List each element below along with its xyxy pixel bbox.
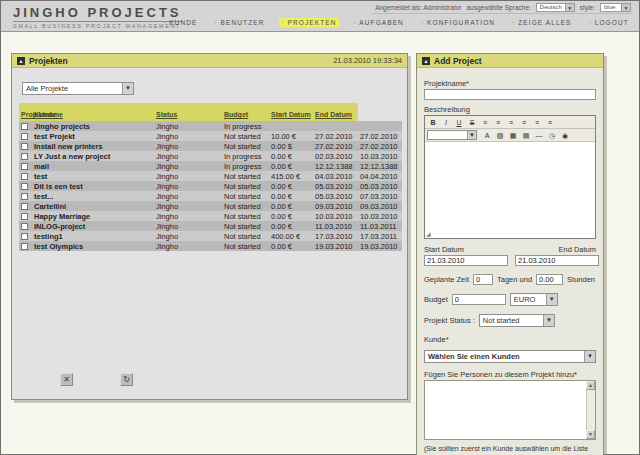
help-button[interactable]: ◉ [559, 130, 571, 141]
chevron-down-icon[interactable]: ▼ [543, 315, 554, 326]
start-datum-input[interactable] [424, 255, 508, 266]
strikethrough-button[interactable]: S [466, 117, 478, 128]
resize-handle-icon[interactable]: ◢ [426, 230, 431, 237]
row-checkbox[interactable] [21, 213, 28, 220]
row-checkbox[interactable] [21, 163, 28, 170]
logged-in-label: Angemeldet als: Administrator [375, 4, 461, 11]
persons-listbox[interactable]: ▲ ▼ [424, 380, 596, 440]
table-row[interactable]: Cartellini Jingho Not started 0.00 € 09.… [19, 201, 402, 211]
nav-item-konfiguration[interactable]: KONFIGURATION [419, 18, 497, 27]
row-checkbox[interactable] [21, 153, 28, 160]
table-row[interactable]: Install new printers Jingho Not started … [19, 141, 402, 151]
table-button[interactable]: ▤ [520, 130, 532, 141]
planned-hours-input[interactable] [536, 274, 563, 285]
row-checkbox[interactable] [21, 183, 28, 190]
format-select[interactable]: ▼ [427, 130, 477, 140]
chevron-down-icon[interactable]: ▼ [467, 131, 476, 139]
panel-collapse-icon[interactable]: ▲ [422, 57, 430, 65]
table-row[interactable]: test Jingho Not started 415.00 € 04.03.2… [19, 171, 402, 181]
sort-status[interactable]: Status [156, 111, 177, 118]
add-project-panel: ▲ Add Project Projektname* Beschreibung … [416, 53, 604, 455]
align-right-button[interactable]: ≡ [531, 117, 543, 128]
table-row[interactable]: INLOG-project Jingho Not started 0.00 € … [19, 221, 402, 231]
end-datum-input[interactable] [515, 255, 599, 266]
table-row[interactable]: Jingho projects Jingho In progress [19, 121, 402, 131]
listbox-scrollbar[interactable]: ▲ ▼ [586, 381, 595, 439]
table-row[interactable]: test... Jingho Not started 0.00 € 05.03.… [19, 191, 402, 201]
underline-button[interactable]: U [453, 117, 465, 128]
align-center-button[interactable]: ≡ [518, 117, 530, 128]
kunde-cell: Jingho [154, 211, 222, 221]
panel-title: Projekten [29, 56, 68, 66]
projektname-input[interactable] [424, 89, 596, 100]
hr-button[interactable]: ― [533, 130, 545, 141]
planned-days-input[interactable] [473, 274, 493, 285]
sort-end-datum[interactable]: End Datum [315, 111, 352, 118]
chevron-down-icon[interactable]: ▼ [621, 4, 630, 11]
style-select[interactable]: blue ▼ [600, 3, 631, 12]
row-checkbox[interactable] [21, 143, 28, 150]
kunde-cell: Jingho [154, 141, 222, 151]
row-checkbox[interactable] [21, 123, 28, 130]
table-row[interactable]: Dit is een test Jingho Not started 0.00 … [19, 181, 402, 191]
budget-input[interactable] [452, 294, 506, 305]
budget-cell: 0.00 € [269, 241, 313, 251]
row-checkbox[interactable] [21, 203, 28, 210]
user-bar: Angemeldet als: Administrator ausgewählt… [373, 3, 633, 14]
kunde-cell: Jingho [154, 171, 222, 181]
row-checkbox[interactable] [21, 233, 28, 240]
table-row[interactable]: mali Jingho In progress 0.00 € 12.12.138… [19, 161, 402, 171]
budget-label: Budget [424, 295, 448, 304]
projekt-status-select[interactable]: Not started ▼ [479, 314, 555, 327]
nav-item-kunde[interactable]: KUNDE [161, 18, 199, 27]
kunde-select[interactable]: Wählen Sie einen Kunden ▼ [424, 350, 596, 363]
image-button[interactable]: ▦ [507, 130, 519, 141]
nav-item-projekten[interactable]: PROJEKTEN [279, 18, 338, 27]
nav-item-zeige-alles[interactable]: ZEIGE ALLES [510, 18, 573, 27]
description-textarea[interactable]: ◢ [425, 142, 595, 238]
projekt-status-value: Not started [480, 315, 523, 326]
row-checkbox[interactable] [21, 133, 28, 140]
start-date-cell: 17.03.2010 [313, 231, 358, 241]
row-checkbox[interactable] [21, 243, 28, 250]
ordered-list-button[interactable]: ≡ [479, 117, 491, 128]
planned-time-row: Geplante Zeit Tagen und Stunden [424, 274, 596, 285]
align-left-button[interactable]: ≡ [505, 117, 517, 128]
project-filter-select[interactable]: Alle Projekte ▼ [22, 82, 134, 95]
scroll-up-icon[interactable]: ▲ [586, 381, 595, 390]
nav-item-aufgaben[interactable]: AUFGABEN [352, 18, 406, 27]
panel-collapse-icon[interactable]: ▲ [17, 57, 25, 65]
table-row[interactable]: test Projekt Jingho Not started 10.00 € … [19, 131, 402, 141]
backcolor-button[interactable]: ▨ [494, 130, 506, 141]
chevron-down-icon[interactable]: ▼ [584, 351, 595, 362]
scroll-down-icon[interactable]: ▼ [586, 430, 595, 439]
row-checkbox[interactable] [21, 223, 28, 230]
chevron-down-icon[interactable]: ▼ [565, 4, 574, 11]
currency-select[interactable]: EURO ▼ [510, 293, 558, 306]
table-row[interactable]: test Olympics Jingho Not started 0.00 € … [19, 241, 402, 251]
table-row[interactable]: testing1 Jingho Not started 400.00 € 17.… [19, 231, 402, 241]
kunde-cell: Jingho [154, 181, 222, 191]
row-checkbox[interactable] [21, 173, 28, 180]
delete-button[interactable]: ✕ [60, 373, 73, 386]
sort-start-datum[interactable]: Start Datum [271, 111, 311, 118]
refresh-button[interactable]: ↻ [120, 373, 133, 386]
align-justify-button[interactable]: ≡ [544, 117, 556, 128]
language-select[interactable]: Deutsch ▼ [536, 3, 575, 12]
clock-button[interactable]: ◷ [546, 130, 558, 141]
chevron-down-icon[interactable]: ▼ [122, 83, 133, 94]
row-checkbox[interactable] [21, 193, 28, 200]
chevron-down-icon[interactable]: ▼ [546, 294, 557, 305]
nav-item-benutzer[interactable]: BENUTZER [212, 18, 266, 27]
table-row[interactable]: Happy Marriage Jingho Not started 0.00 €… [19, 211, 402, 221]
table-row[interactable]: LY Just a new project Jingho In progress… [19, 151, 402, 161]
nav-item-logout[interactable]: LOGOUT [587, 18, 631, 27]
forecolor-button[interactable]: A [481, 130, 493, 141]
italic-button[interactable]: I [440, 117, 452, 128]
unordered-list-button[interactable]: ≡ [492, 117, 504, 128]
sort-kunde[interactable]: Kunde [34, 111, 56, 118]
bold-button[interactable]: B [427, 117, 439, 128]
panel-title: Add Project [434, 56, 482, 66]
sort-budget[interactable]: Budget [224, 111, 248, 118]
budget-row: Budget EURO ▼ [424, 293, 596, 306]
